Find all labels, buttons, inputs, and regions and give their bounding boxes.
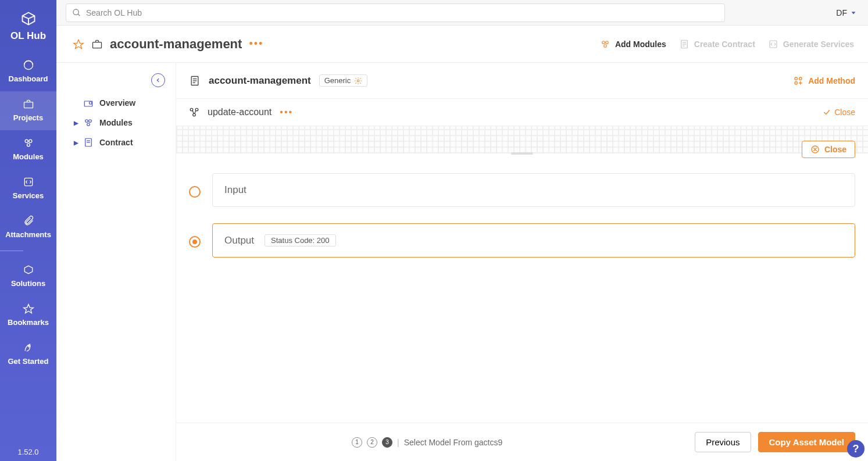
overview-icon (83, 98, 94, 108)
step-1-icon[interactable]: 1 (352, 437, 362, 448)
step-2-icon[interactable]: 2 (367, 437, 377, 448)
svg-point-27 (90, 102, 92, 105)
briefcase-icon (23, 98, 34, 110)
rocket-icon (23, 342, 34, 353)
sidebar-item-attachments[interactable]: Attachments (0, 208, 56, 247)
add-method-label: Add Method (808, 76, 855, 85)
help-button[interactable]: ? (847, 440, 865, 458)
add-modules-button[interactable]: Add Modules (600, 39, 666, 49)
step-3-icon[interactable]: 3 (382, 437, 392, 448)
sidebar-item-label: Attachments (5, 230, 51, 239)
tree-item-overview[interactable]: Overview (56, 93, 170, 113)
collapse-panel-button[interactable] (151, 73, 165, 87)
output-card[interactable]: Output Status Code: 200 (212, 223, 855, 258)
method-icon (189, 107, 199, 117)
previous-button[interactable]: Previous (695, 432, 751, 452)
create-contract-label: Create Contract (694, 40, 755, 49)
sidebar-item-label: Dashboard (9, 74, 48, 83)
method-close-link[interactable]: Close (823, 108, 855, 117)
add-modules-label: Add Modules (615, 40, 666, 49)
module-title: account-management (209, 75, 311, 87)
status-code-chip: Status Code: 200 (265, 234, 335, 246)
star-icon (23, 303, 34, 315)
generate-services-button[interactable]: Generate Services (768, 39, 854, 49)
sidebar-item-label: Bookmarks (8, 318, 49, 327)
add-modules-icon (600, 39, 610, 49)
sidebar: OL Hub Dashboard Projects Modules Servic… (0, 0, 56, 461)
user-menu[interactable]: DF (836, 8, 856, 17)
module-header: account-management Generic Add Method (176, 63, 868, 98)
svg-point-30 (87, 123, 90, 126)
svg-point-8 (27, 144, 30, 146)
input-row: Input (189, 173, 855, 207)
help-icon: ? (853, 443, 859, 455)
input-label: Input (224, 184, 247, 196)
page-actions: Add Modules Create Contract Generate Ser… (600, 39, 854, 49)
method-more-icon[interactable]: ••• (280, 107, 293, 117)
check-icon (823, 108, 831, 116)
input-card[interactable]: Input (212, 173, 855, 207)
main-content: account-management Generic Add Method up… (176, 63, 868, 423)
svg-point-38 (357, 80, 359, 82)
modules-icon (23, 137, 34, 149)
sidebar-item-label: Solutions (11, 279, 45, 288)
sidebar-item-services[interactable]: Services (0, 169, 56, 208)
svg-point-40 (799, 77, 802, 80)
tree-item-contract[interactable]: ▶ Contract (56, 133, 170, 152)
add-method-button[interactable]: Add Method (793, 76, 855, 86)
sidebar-item-label: Projects (13, 113, 43, 122)
brand-name: OL Hub (10, 30, 46, 42)
tree-item-label: Overview (99, 98, 135, 108)
search-box[interactable] (66, 3, 725, 22)
top-bar: DF (56, 0, 868, 26)
svg-line-14 (78, 14, 80, 16)
brand-logo-icon (20, 10, 37, 27)
copy-asset-model-button[interactable]: Copy Asset Model (758, 432, 855, 452)
close-button-row: Close (176, 141, 868, 158)
svg-rect-17 (93, 42, 102, 48)
page-header: account-management ••• Add Modules Creat… (56, 26, 868, 63)
sidebar-item-dashboard[interactable]: Dashboard (0, 52, 56, 91)
tree-item-label: Modules (99, 118, 133, 127)
close-circle-icon (810, 145, 820, 154)
svg-point-41 (795, 81, 798, 84)
sidebar-divider (0, 251, 23, 251)
modules-icon (83, 117, 94, 128)
output-row: Output Status Code: 200 (189, 223, 855, 258)
solutions-icon (23, 264, 34, 276)
svg-point-6 (25, 140, 28, 142)
search-input[interactable] (86, 8, 719, 17)
project-more-icon[interactable]: ••• (249, 38, 263, 50)
svg-point-18 (602, 41, 605, 44)
close-label: Close (834, 108, 855, 117)
tree-item-modules[interactable]: ▶ Modules (56, 113, 170, 133)
svg-point-46 (193, 113, 196, 116)
module-doc-icon (189, 75, 201, 87)
input-radio[interactable] (189, 186, 201, 198)
io-cards: Input Output Status Code: 200 (176, 158, 868, 258)
sidebar-item-solutions[interactable]: Solutions (0, 257, 56, 296)
sidebar-item-projects[interactable]: Projects (0, 91, 56, 130)
sidebar-item-bookmarks[interactable]: Bookmarks (0, 296, 56, 335)
caret-right-icon[interactable]: ▶ (74, 140, 78, 146)
tree-panel: Overview ▶ Modules ▶ Contract (56, 63, 176, 461)
chip-label: Generic (324, 76, 351, 85)
panel-close-label: Close (824, 145, 846, 154)
step-indicator: 1 2 3 | Select Model From gactcs9 (352, 437, 502, 448)
module-type-chip[interactable]: Generic (319, 74, 368, 87)
step-divider: | (397, 438, 399, 447)
wizard-footer: 1 2 3 | Select Model From gactcs9 Previo… (176, 423, 868, 461)
gear-icon (354, 77, 362, 85)
svg-line-2 (28, 16, 35, 19)
svg-point-28 (85, 120, 88, 123)
step-label: Select Model From gactcs9 (404, 438, 503, 447)
caret-right-icon[interactable]: ▶ (74, 120, 78, 126)
create-contract-button[interactable]: Create Contract (679, 39, 755, 49)
sidebar-item-modules[interactable]: Modules (0, 130, 56, 169)
svg-point-12 (28, 345, 30, 347)
output-radio[interactable] (189, 236, 201, 248)
panel-close-button[interactable]: Close (802, 141, 855, 158)
favorite-star-icon[interactable] (73, 38, 84, 50)
sidebar-item-label: Get Started (8, 357, 48, 366)
sidebar-item-get-started[interactable]: Get Started (0, 335, 56, 374)
